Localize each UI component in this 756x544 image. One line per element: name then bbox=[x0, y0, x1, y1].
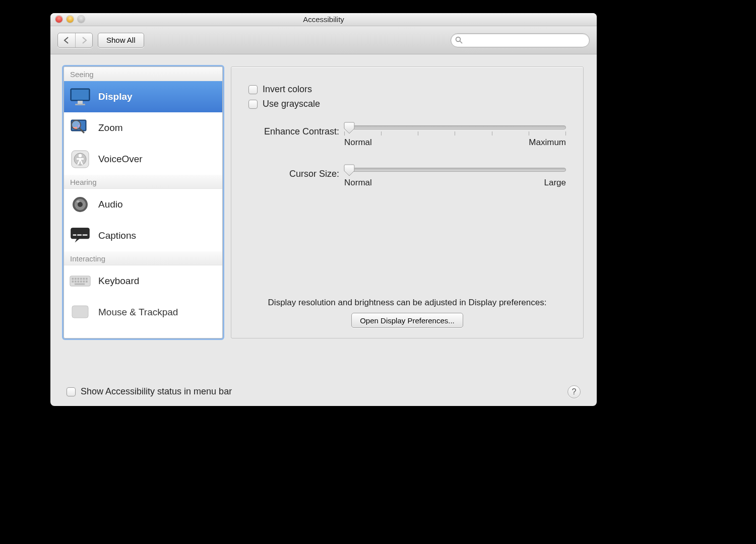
cursor-size-max-label: Large bbox=[544, 178, 566, 188]
search-input[interactable] bbox=[465, 35, 585, 45]
preferences-window: Accessibility Show All bbox=[50, 13, 597, 406]
back-button[interactable] bbox=[58, 33, 75, 47]
sidebar-item-label: Mouse & Trackpad bbox=[98, 307, 178, 318]
category-header-hearing: Hearing bbox=[64, 175, 222, 189]
cursor-size-row: Cursor Size: bbox=[248, 168, 566, 188]
svg-rect-28 bbox=[80, 278, 82, 280]
content-area: Seeing Display bbox=[50, 54, 597, 406]
svg-rect-26 bbox=[75, 278, 77, 280]
svg-rect-5 bbox=[75, 104, 85, 105]
window-title: Accessibility bbox=[303, 15, 344, 24]
svg-rect-22 bbox=[77, 234, 82, 236]
enhance-contrast-ticks bbox=[344, 131, 566, 135]
enhance-contrast-row: Enhance Contrast: bbox=[248, 125, 566, 148]
svg-rect-3 bbox=[72, 90, 89, 100]
open-display-preferences-button[interactable]: Open Display Preferences... bbox=[351, 313, 463, 328]
slider-thumb[interactable] bbox=[344, 121, 355, 134]
svg-rect-15 bbox=[77, 158, 84, 160]
cursor-size-min-label: Normal bbox=[344, 178, 372, 188]
toolbar: Show All bbox=[50, 26, 597, 54]
display-settings-pane: Invert colors Use grayscale Enhance Cont… bbox=[231, 66, 584, 338]
svg-rect-37 bbox=[75, 284, 85, 285]
back-arrow-icon bbox=[64, 37, 70, 44]
show-status-checkbox[interactable] bbox=[67, 387, 76, 396]
svg-rect-25 bbox=[72, 278, 74, 280]
sidebar-item-label: Audio bbox=[98, 199, 123, 210]
enhance-contrast-min-label: Normal bbox=[344, 138, 372, 148]
enhance-contrast-max-label: Maximum bbox=[529, 138, 566, 148]
forward-button[interactable] bbox=[75, 33, 92, 47]
sidebar-item-label: Keyboard bbox=[98, 276, 139, 287]
show-status-label: Show Accessibility status in menu bar bbox=[81, 386, 232, 397]
svg-rect-23 bbox=[83, 234, 88, 236]
invert-colors-row[interactable]: Invert colors bbox=[248, 82, 566, 97]
enhance-contrast-slider[interactable] bbox=[344, 125, 566, 129]
sidebar-item-keyboard[interactable]: Keyboard bbox=[64, 265, 222, 297]
svg-rect-31 bbox=[72, 281, 74, 283]
category-header-interacting: Interacting bbox=[64, 251, 222, 265]
invert-colors-checkbox[interactable] bbox=[248, 85, 258, 94]
zoom-icon bbox=[69, 117, 91, 139]
sidebar-item-voiceover[interactable]: VoiceOver bbox=[64, 144, 222, 175]
captions-icon bbox=[69, 225, 91, 247]
cursor-size-label: Cursor Size: bbox=[248, 168, 344, 179]
svg-point-19 bbox=[77, 200, 80, 202]
invert-colors-label: Invert colors bbox=[263, 84, 312, 95]
use-grayscale-checkbox[interactable] bbox=[248, 100, 258, 109]
svg-point-0 bbox=[456, 37, 461, 42]
sidebar-item-mouse-trackpad[interactable]: Mouse & Trackpad bbox=[64, 297, 222, 328]
svg-rect-20 bbox=[71, 228, 89, 239]
display-icon bbox=[69, 86, 91, 108]
sidebar-item-display[interactable]: Display bbox=[64, 81, 222, 112]
close-window-button[interactable] bbox=[55, 16, 62, 23]
svg-rect-34 bbox=[80, 281, 82, 283]
svg-rect-30 bbox=[86, 278, 88, 280]
svg-rect-29 bbox=[83, 278, 85, 280]
sidebar-item-zoom[interactable]: Zoom bbox=[64, 112, 222, 144]
svg-rect-27 bbox=[78, 278, 80, 280]
sidebar-item-captions[interactable]: Captions bbox=[64, 220, 222, 251]
search-icon bbox=[455, 36, 463, 44]
enhance-contrast-label: Enhance Contrast: bbox=[248, 125, 344, 137]
bottom-bar: Show Accessibility status in menu bar ? bbox=[64, 381, 584, 399]
traffic-lights bbox=[55, 16, 85, 23]
voiceover-icon bbox=[69, 148, 91, 170]
nav-back-forward bbox=[57, 33, 93, 48]
cursor-size-slider[interactable] bbox=[344, 168, 566, 172]
show-all-button[interactable]: Show All bbox=[98, 33, 144, 48]
slider-thumb[interactable] bbox=[344, 164, 355, 177]
svg-rect-36 bbox=[86, 281, 88, 283]
svg-rect-33 bbox=[78, 281, 80, 283]
sidebar-item-label: Captions bbox=[98, 230, 136, 241]
category-header-seeing: Seeing bbox=[64, 67, 222, 81]
accessibility-category-list[interactable]: Seeing Display bbox=[64, 66, 223, 338]
svg-line-1 bbox=[460, 41, 463, 44]
sidebar-item-label: Display bbox=[98, 91, 133, 102]
svg-rect-21 bbox=[73, 234, 77, 236]
svg-rect-32 bbox=[75, 281, 77, 283]
svg-point-14 bbox=[79, 154, 82, 157]
help-icon: ? bbox=[572, 387, 577, 396]
svg-rect-38 bbox=[72, 306, 88, 318]
show-status-row[interactable]: Show Accessibility status in menu bar bbox=[67, 384, 232, 399]
audio-icon bbox=[69, 193, 91, 216]
svg-rect-35 bbox=[83, 281, 85, 283]
minimize-window-button[interactable] bbox=[67, 16, 74, 23]
title-bar: Accessibility bbox=[50, 13, 597, 26]
sidebar-item-audio[interactable]: Audio bbox=[64, 189, 222, 220]
mouse-trackpad-icon bbox=[69, 301, 91, 323]
sidebar-item-label: Zoom bbox=[98, 122, 123, 133]
svg-rect-4 bbox=[78, 101, 83, 104]
sidebar-item-label: VoiceOver bbox=[98, 154, 143, 165]
use-grayscale-label: Use grayscale bbox=[263, 99, 320, 109]
use-grayscale-row[interactable]: Use grayscale bbox=[248, 97, 566, 111]
search-field[interactable] bbox=[451, 33, 590, 47]
display-prefs-hint: Display resolution and brightness can be… bbox=[248, 298, 566, 308]
forward-arrow-icon bbox=[81, 37, 87, 44]
svg-point-18 bbox=[78, 202, 83, 207]
help-button[interactable]: ? bbox=[568, 385, 581, 398]
zoom-window-button[interactable] bbox=[78, 16, 85, 23]
keyboard-icon bbox=[69, 270, 91, 292]
